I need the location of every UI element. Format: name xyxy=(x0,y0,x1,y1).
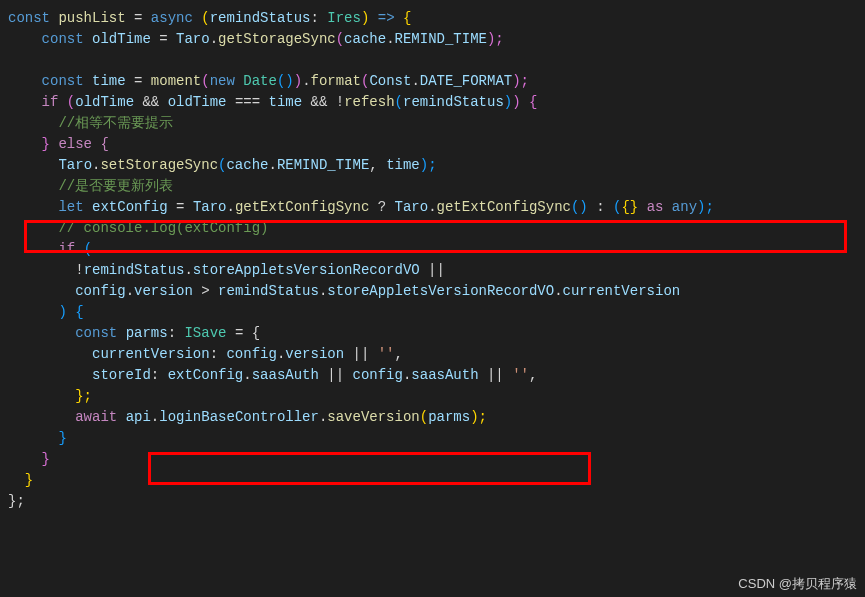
code-line: !remindStatus.storeAppletsVersionRecordV… xyxy=(8,260,865,281)
code-line: //是否要更新列表 xyxy=(8,176,865,197)
code-line: }; xyxy=(8,386,865,407)
code-editor: const pushList = async (remindStatus: Ir… xyxy=(8,8,865,512)
code-line: } xyxy=(8,428,865,449)
code-line xyxy=(8,50,865,71)
code-line: const oldTime = Taro.getStorageSync(cach… xyxy=(8,29,865,50)
code-line: }; xyxy=(8,491,865,512)
code-line: Taro.setStorageSync(cache.REMIND_TIME, t… xyxy=(8,155,865,176)
code-line: // console.log(extConfig) xyxy=(8,218,865,239)
code-line: await api.loginBaseController.saveVersio… xyxy=(8,407,865,428)
code-line: } else { xyxy=(8,134,865,155)
code-line: const parms: ISave = { xyxy=(8,323,865,344)
code-line: let extConfig = Taro.getExtConfigSync ? … xyxy=(8,197,865,218)
code-line: const pushList = async (remindStatus: Ir… xyxy=(8,8,865,29)
code-line: } xyxy=(8,470,865,491)
code-line: storeId: extConfig.saasAuth || config.sa… xyxy=(8,365,865,386)
code-line: } xyxy=(8,449,865,470)
code-line: if ( xyxy=(8,239,865,260)
code-line: if (oldTime && oldTime === time && !refe… xyxy=(8,92,865,113)
code-line: config.version > remindStatus.storeApple… xyxy=(8,281,865,302)
code-line: currentVersion: config.version || '', xyxy=(8,344,865,365)
code-line: const time = moment(new Date()).format(C… xyxy=(8,71,865,92)
code-line: //相等不需要提示 xyxy=(8,113,865,134)
watermark: CSDN @拷贝程序猿 xyxy=(738,574,857,594)
code-line: ) { xyxy=(8,302,865,323)
